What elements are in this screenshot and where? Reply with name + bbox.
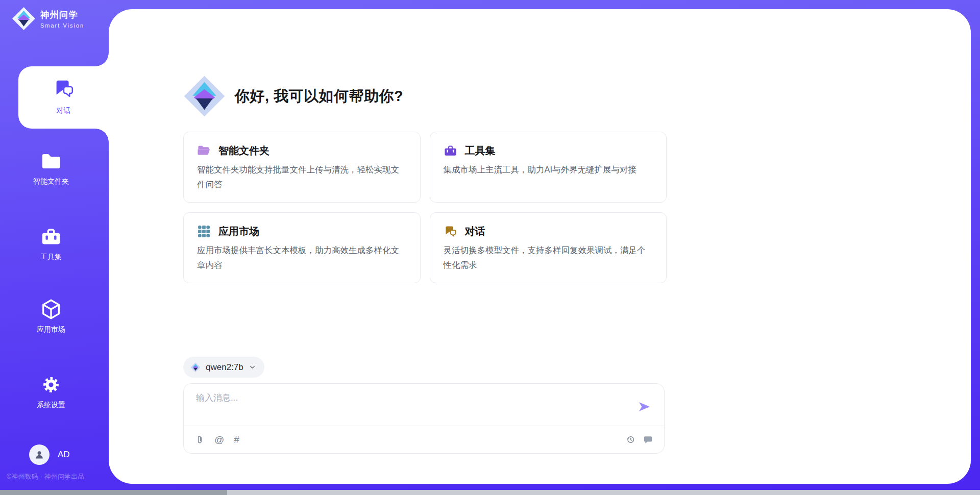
greeting-title: 你好, 我可以如何帮助你? (235, 86, 403, 107)
cube-icon (39, 298, 63, 321)
card-title: 应用市场 (218, 225, 259, 238)
composer-toolbar: @ # (184, 426, 664, 453)
grid-icon (197, 225, 211, 238)
sidebar-item-chat[interactable]: 对话 (18, 66, 109, 129)
attachment-button[interactable] (195, 435, 205, 444)
app-logo: 神州问学 Smart Vision (12, 7, 84, 31)
model-selector[interactable]: qwen2:7b (183, 357, 264, 378)
briefcase-icon (39, 225, 63, 249)
sidebar: 神州问学 Smart Vision 对话 智能文件夹 工具集 (0, 0, 109, 495)
gear-icon (39, 373, 63, 397)
card-description: 集成市场上主流工具，助力AI与外界无缝扩展与对接 (444, 162, 653, 177)
feedback-button[interactable] (643, 435, 653, 444)
topic-button[interactable]: # (234, 435, 239, 444)
card-description: 智能文件夹功能支持批量文件上传与清洗，轻松实现文件问答 (197, 162, 407, 192)
chat-icon (52, 77, 76, 100)
history-icon (626, 435, 635, 444)
message-input[interactable] (195, 391, 616, 424)
card-smart-folder[interactable]: 智能文件夹 智能文件夹功能支持批量文件上传与清洗，轻松实现文件问答 (183, 132, 421, 203)
user-initials: AD (58, 450, 70, 460)
horizontal-scrollbar[interactable] (0, 490, 980, 495)
person-icon (34, 449, 45, 460)
card-chat[interactable]: 对话 灵活切换多模型文件，支持多样回复效果调试，满足个性化需求 (430, 212, 667, 283)
model-name: qwen2:7b (206, 362, 243, 373)
sidebar-item-label: 工具集 (0, 253, 102, 262)
sidebar-item-label: 应用市场 (0, 325, 102, 334)
brand-diamond-icon (183, 75, 226, 117)
card-title: 工具集 (465, 144, 496, 158)
mention-button[interactable]: @ (214, 435, 224, 444)
sidebar-item-app-market[interactable]: 应用市场 (0, 298, 102, 334)
chevron-down-icon (249, 363, 256, 371)
paperclip-icon (195, 435, 205, 444)
tab-fillet-top (95, 53, 109, 66)
card-title: 智能文件夹 (218, 144, 270, 158)
app-name: 神州问学 (40, 9, 84, 21)
app-subtitle: Smart Vision (40, 22, 84, 29)
chat-bubbles-icon (444, 225, 457, 238)
card-description: 灵活切换多模型文件，支持多样回复效果调试，满足个性化需求 (444, 243, 653, 273)
brand-diamond-icon (190, 362, 201, 373)
card-toolset[interactable]: 工具集 集成市场上主流工具，助力AI与外界无缝扩展与对接 (430, 132, 667, 203)
content-area: 你好, 我可以如何帮助你? 智能文件夹 智能文件夹功能支持批量文件上传与清洗，轻… (183, 0, 667, 495)
sidebar-item-label: 系统设置 (0, 401, 102, 410)
tab-fillet-bottom (95, 129, 109, 142)
sidebar-item-settings[interactable]: 系统设置 (0, 373, 102, 410)
greeting: 你好, 我可以如何帮助你? (183, 75, 403, 117)
card-app-market[interactable]: 应用市场 应用市场提供丰富长文本模板，助力高效生成多样化文章内容 (183, 212, 421, 283)
briefcase-icon (444, 144, 457, 158)
folder-icon (39, 150, 63, 173)
sidebar-item-toolset[interactable]: 工具集 (0, 225, 102, 262)
copyright-text: ©神州数码 · 神州问学出品 (7, 473, 84, 481)
user-account[interactable]: AD (29, 444, 70, 465)
avatar (29, 444, 50, 465)
sidebar-item-label: 智能文件夹 (0, 177, 102, 186)
speech-bubble-icon (643, 435, 653, 444)
sidebar-item-smart-folder[interactable]: 智能文件夹 (0, 150, 102, 186)
card-title: 对话 (465, 225, 485, 238)
scrollbar-thumb[interactable] (0, 490, 227, 495)
card-description: 应用市场提供丰富长文本模板，助力高效生成多样化文章内容 (197, 243, 407, 273)
message-composer: @ # (183, 383, 665, 454)
send-icon (637, 400, 651, 414)
sidebar-item-label: 对话 (31, 106, 97, 115)
send-button[interactable] (636, 399, 652, 414)
feature-cards: 智能文件夹 智能文件夹功能支持批量文件上传与清洗，轻松实现文件问答 工具集 集成… (183, 132, 667, 283)
toolbar-right (626, 435, 653, 444)
brand-diamond-icon (12, 7, 36, 31)
history-button[interactable] (626, 435, 635, 444)
folder-open-icon (197, 144, 211, 158)
